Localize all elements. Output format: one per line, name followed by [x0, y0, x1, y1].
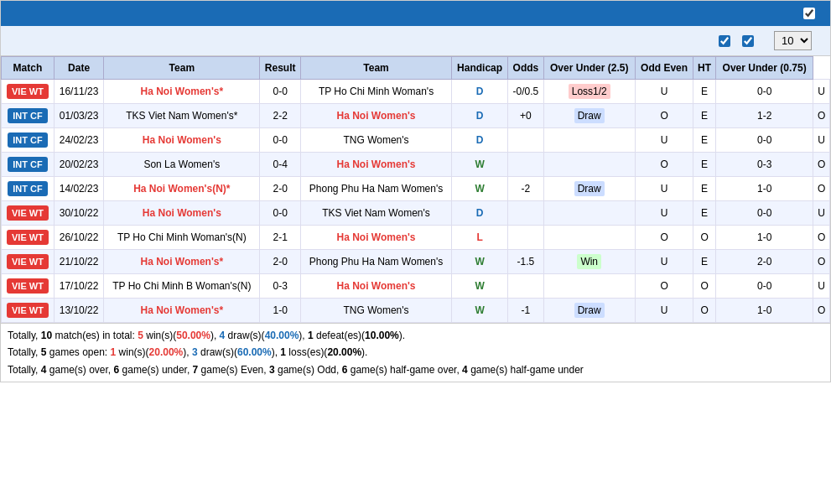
- score-cell: 0-0: [260, 201, 301, 226]
- date-cell: 14/02/23: [54, 177, 103, 201]
- odds-cell: Draw: [543, 104, 635, 128]
- scores-table: Match Date Team Result Team Handicap Odd…: [1, 56, 830, 323]
- odd-even-cell: O: [693, 274, 716, 299]
- handicap-cell: [508, 201, 543, 226]
- match-badge-cell: VIE WT: [2, 299, 55, 323]
- table-row: VIE WT13/10/22Ha Noi Women's*1-0TNG Wome…: [2, 299, 830, 323]
- result-cell: W: [451, 153, 507, 177]
- date-cell: 01/03/23: [54, 104, 103, 128]
- header: [1, 1, 830, 26]
- match-badge: INT CF: [8, 108, 47, 123]
- match-badge-cell: INT CF: [2, 177, 55, 201]
- table-row: INT CF14/02/23Ha Noi Women's(N)*2-0Phong…: [2, 177, 830, 201]
- col-over-under-075: Over Under (0.75): [715, 57, 813, 80]
- ht-cell: 0-0: [715, 274, 813, 299]
- match-badge-cell: INT CF: [2, 128, 55, 153]
- team2-cell: TKS Viet Nam Women's: [301, 201, 452, 226]
- over-under-25-cell: U: [635, 177, 693, 201]
- match-badge: VIE WT: [7, 84, 49, 99]
- over-under-25-cell: U: [635, 299, 693, 323]
- vie-wt-checkbox[interactable]: [742, 35, 754, 47]
- over-under-25-cell: O: [635, 153, 693, 177]
- team1-cell: TKS Viet Nam Women's*: [104, 104, 260, 128]
- team1-cell: Son La Women's: [104, 153, 260, 177]
- filter-row: 10 5 20 All: [1, 26, 830, 56]
- col-date: Date: [54, 57, 103, 80]
- over-under-075-cell: O: [813, 177, 830, 201]
- match-badge: INT CF: [8, 157, 47, 172]
- summary-section: Totally, 10 match(es) in total: 5 win(s)…: [1, 323, 830, 382]
- team1-cell: Ha Noi Women's*: [104, 80, 260, 104]
- over-under-25-cell: U: [635, 201, 693, 226]
- team1-cell: Ha Noi Women's*: [104, 299, 260, 323]
- col-odds: Odds: [508, 57, 543, 80]
- display-notes-checkbox[interactable]: [803, 8, 815, 19]
- over-under-075-cell: O: [813, 104, 830, 128]
- odd-even-cell: O: [693, 226, 716, 250]
- team2-cell: TNG Women's: [301, 299, 452, 323]
- result-cell: W: [451, 250, 507, 274]
- odd-even-cell: E: [693, 153, 716, 177]
- table-row: INT CF01/03/23TKS Viet Nam Women's*2-2Ha…: [2, 104, 830, 128]
- team2-cell: Phong Phu Ha Nam Women's: [301, 250, 452, 274]
- odds-cell: Win: [543, 250, 635, 274]
- team1-cell: Ha Noi Women's: [104, 128, 260, 153]
- score-cell: 1-0: [260, 299, 301, 323]
- table-row: VIE WT30/10/22Ha Noi Women's0-0TKS Viet …: [2, 201, 830, 226]
- table-row: INT CF20/02/23Son La Women's0-4Ha Noi Wo…: [2, 153, 830, 177]
- team1-cell: Ha Noi Women's: [104, 201, 260, 226]
- odds-cell: Draw: [543, 177, 635, 201]
- summary-line: Totally, 4 game(s) over, 6 game(s) under…: [8, 361, 823, 378]
- over-under-075-cell: O: [813, 250, 830, 274]
- over-under-25-cell: U: [635, 250, 693, 274]
- team1-cell: TP Ho Chi Minh B Woman's(N): [104, 274, 260, 299]
- odd-even-cell: E: [693, 177, 716, 201]
- odd-even-cell: E: [693, 128, 716, 153]
- score-cell: 0-0: [260, 128, 301, 153]
- summary-line: Totally, 5 games open: 1 win(s)(20.00%),…: [8, 344, 823, 361]
- score-cell: 2-0: [260, 250, 301, 274]
- handicap-cell: -2: [508, 177, 543, 201]
- handicap-cell: [508, 226, 543, 250]
- date-cell: 13/10/22: [54, 299, 103, 323]
- team2-cell: TNG Women's: [301, 128, 452, 153]
- result-cell: L: [451, 226, 507, 250]
- odds-cell: [543, 201, 635, 226]
- match-badge: INT CF: [8, 132, 47, 148]
- match-badge-cell: VIE WT: [2, 201, 55, 226]
- col-team2: Team: [301, 57, 452, 80]
- handicap-cell: -0/0.5: [508, 80, 543, 104]
- over-under-25-cell: U: [635, 128, 693, 153]
- team2-cell: TP Ho Chi Minh Woman's: [301, 80, 452, 104]
- ht-cell: 0-0: [715, 128, 813, 153]
- over-under-25-cell: O: [635, 274, 693, 299]
- odds-cell: [543, 274, 635, 299]
- handicap-cell: [508, 274, 543, 299]
- date-cell: 17/10/22: [54, 274, 103, 299]
- over-under-25-cell: O: [635, 104, 693, 128]
- int-cf-checkbox[interactable]: [719, 35, 730, 47]
- odds-cell: [543, 153, 635, 177]
- col-over-under-25: Over Under (2.5): [543, 57, 635, 80]
- ht-cell: 0-3: [715, 153, 813, 177]
- ht-cell: 2-0: [715, 250, 813, 274]
- score-cell: 2-2: [260, 104, 301, 128]
- col-team1: Team: [104, 57, 260, 80]
- odds-cell: Draw: [543, 299, 635, 323]
- date-cell: 21/10/22: [54, 250, 103, 274]
- match-badge: VIE WT: [7, 303, 49, 318]
- odd-even-cell: E: [693, 201, 716, 226]
- games-select[interactable]: 10 5 20 All: [774, 31, 812, 50]
- table-header-row: Match Date Team Result Team Handicap Odd…: [2, 57, 830, 80]
- int-cf-filter: [719, 35, 734, 47]
- vie-wt-filter: [742, 35, 757, 47]
- odds-cell: [543, 128, 635, 153]
- col-handicap: Handicap: [451, 57, 507, 80]
- match-badge-cell: INT CF: [2, 153, 55, 177]
- result-cell: D: [451, 201, 507, 226]
- match-badge-cell: INT CF: [2, 104, 55, 128]
- team2-cell: Ha Noi Women's: [301, 104, 452, 128]
- team2-cell: Ha Noi Women's: [301, 274, 452, 299]
- table-row: VIE WT17/10/22TP Ho Chi Minh B Woman's(N…: [2, 274, 830, 299]
- table-row: VIE WT16/11/23Ha Noi Women's*0-0TP Ho Ch…: [2, 80, 830, 104]
